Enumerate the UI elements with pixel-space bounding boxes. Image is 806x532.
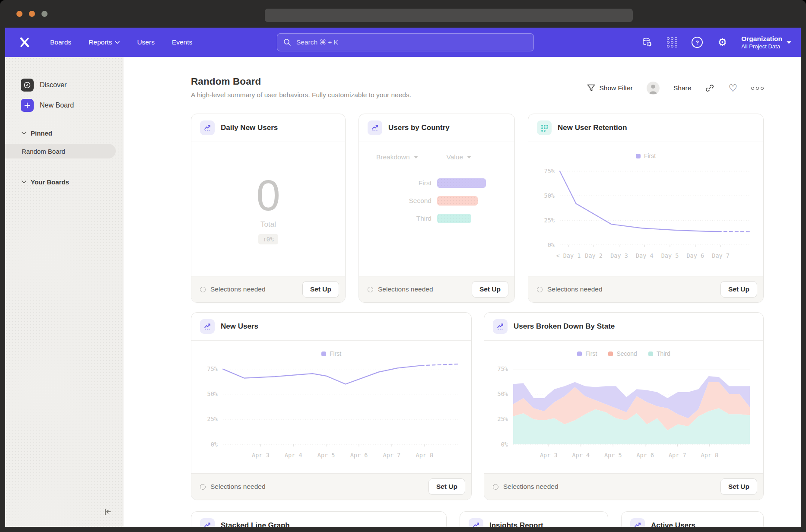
line-chart-icon <box>469 518 483 527</box>
legend-label: Second <box>616 350 637 357</box>
sidebar-item-discover[interactable]: Discover <box>5 79 124 92</box>
nav-item-label: Events <box>172 38 192 46</box>
chart-area: 75%50%25%0%Apr 3Apr 4Apr 5Apr 6Apr 7Apr … <box>484 360 763 462</box>
x-axis-label: Apr 4 <box>285 452 302 459</box>
nav-item-reports[interactable]: Reports <box>89 38 120 46</box>
person-glyph <box>647 82 660 95</box>
bar-label: Second <box>359 197 432 205</box>
avatar[interactable] <box>647 82 660 95</box>
legend-label: First <box>585 350 597 357</box>
app-body: Discover New Board Pinned Random Board Y… <box>5 57 801 527</box>
legend-label: Third <box>657 350 670 357</box>
nav-item-users[interactable]: Users <box>137 38 154 46</box>
help-icon[interactable]: ? <box>691 36 703 48</box>
search-bar[interactable] <box>277 33 534 51</box>
card-header: Active Users <box>622 512 763 527</box>
chart-config-row: Breakdown Value <box>359 142 514 161</box>
y-axis-label: 25% <box>207 415 218 422</box>
card-new-users: New Users First 75%50%25%0%Apr 3Apr 4Apr… <box>191 312 472 500</box>
line-chart-icon <box>200 120 215 135</box>
share-label: Share <box>673 84 691 92</box>
set-up-button[interactable]: Set Up <box>720 478 757 495</box>
set-up-button[interactable]: Set Up <box>472 281 508 298</box>
y-axis-label: 25% <box>498 415 508 422</box>
legend-item-first[interactable]: First <box>636 152 656 159</box>
dropdown-label: Breakdown <box>376 153 410 161</box>
legend-swatch <box>648 352 653 356</box>
sidebar-item-new-board[interactable]: New Board <box>5 99 124 112</box>
card-header: Users by Country <box>359 114 514 142</box>
show-filter-label: Show Filter <box>599 84 633 92</box>
horizontal-bar-chart: First Second Third <box>359 178 514 223</box>
link-icon <box>705 83 714 93</box>
card-active-users: Active Users <box>621 511 764 527</box>
favorite-button[interactable]: ♡ <box>728 83 737 93</box>
legend-item-first[interactable]: First <box>577 350 597 357</box>
settings-gear-icon[interactable]: ⚙ <box>716 36 728 48</box>
users-by-state-area-chart: 75%50%25%0%Apr 3Apr 4Apr 5Apr 6Apr 7Apr … <box>492 360 755 460</box>
card-footer: Selections needed Set Up <box>359 276 514 302</box>
org-switcher[interactable]: Organization All Project Data <box>741 35 791 50</box>
sidebar-section-pinned[interactable]: Pinned <box>5 129 124 137</box>
card-header: Insights Report <box>460 512 608 527</box>
org-name: Organization <box>741 35 782 43</box>
retention-grid-icon <box>537 120 552 135</box>
search-input[interactable] <box>295 38 527 47</box>
bar-second <box>437 196 478 206</box>
card-title: Insights Report <box>489 521 543 527</box>
data-management-icon[interactable] <box>641 36 653 48</box>
x-axis-label: Apr 7 <box>383 452 401 459</box>
legend-item-first[interactable]: First <box>321 350 341 357</box>
value-dropdown[interactable]: Value <box>447 153 472 161</box>
legend-item-second[interactable]: Second <box>608 350 637 357</box>
nav-item-events[interactable]: Events <box>172 38 192 46</box>
copy-link-button[interactable] <box>705 83 714 93</box>
breakdown-dropdown[interactable]: Breakdown <box>376 153 418 161</box>
window-close-button[interactable] <box>16 11 22 17</box>
x-axis-label: Apr 6 <box>636 452 654 459</box>
bar-label: First <box>359 179 432 187</box>
selections-status: Selections needed <box>200 483 266 491</box>
chart-legend: First <box>191 341 471 357</box>
sidebar-section-your-boards[interactable]: Your Boards <box>5 177 124 186</box>
card-row-2: New Users First 75%50%25%0%Apr 3Apr 4Apr… <box>191 312 764 500</box>
sidebar-item-random-board[interactable]: Random Board <box>5 144 116 158</box>
caret-down-icon <box>467 156 471 158</box>
window-zoom-button[interactable] <box>41 11 48 17</box>
nav-item-boards[interactable]: Boards <box>50 38 71 46</box>
card-users-by-country: Users by Country Breakdown Value First S… <box>359 114 515 303</box>
bar-label: Third <box>359 215 432 222</box>
legend-swatch <box>321 352 326 356</box>
set-up-button[interactable]: Set Up <box>428 478 465 495</box>
set-up-button[interactable]: Set Up <box>720 281 757 298</box>
status-label: Selections needed <box>210 483 266 491</box>
card-header: Stacked Line Graph <box>191 512 446 527</box>
apps-grid-icon[interactable] <box>666 36 678 48</box>
card-title: Active Users <box>651 521 695 527</box>
more-options-button[interactable] <box>751 87 764 90</box>
y-axis-label: 25% <box>544 217 555 224</box>
selections-status: Selections needed <box>493 483 558 491</box>
browser-address-bar[interactable] <box>265 9 633 22</box>
legend-item-third[interactable]: Third <box>648 350 670 357</box>
bar-row: Second <box>359 196 514 206</box>
set-up-button[interactable]: Set Up <box>302 281 339 298</box>
window-minimize-button[interactable] <box>29 11 35 17</box>
card-row-1: Daily New Users 0 Total ↑0% Selections n… <box>191 114 764 303</box>
page-title: Random Board <box>191 76 411 87</box>
traffic-lights <box>16 11 48 17</box>
nav-item-label: Reports <box>89 38 112 46</box>
share-button[interactable]: Share <box>673 84 691 92</box>
x-axis-label: Apr 8 <box>416 452 434 459</box>
top-navbar: Boards Reports Users Events <box>5 28 801 57</box>
card-stacked-line-graph: Stacked Line Graph <box>191 511 447 527</box>
show-filter-button[interactable]: Show Filter <box>587 84 633 92</box>
browser-window: Boards Reports Users Events <box>0 0 806 532</box>
nav-item-label: Boards <box>50 38 71 46</box>
collapse-sidebar-button[interactable] <box>102 506 113 519</box>
x-axis-label: Apr 6 <box>350 452 368 459</box>
sidebar-item-label: Random Board <box>22 148 65 155</box>
mixpanel-logo-icon[interactable] <box>18 36 31 49</box>
legend-swatch <box>636 154 641 158</box>
card-grid: Daily New Users 0 Total ↑0% Selections n… <box>191 114 764 527</box>
